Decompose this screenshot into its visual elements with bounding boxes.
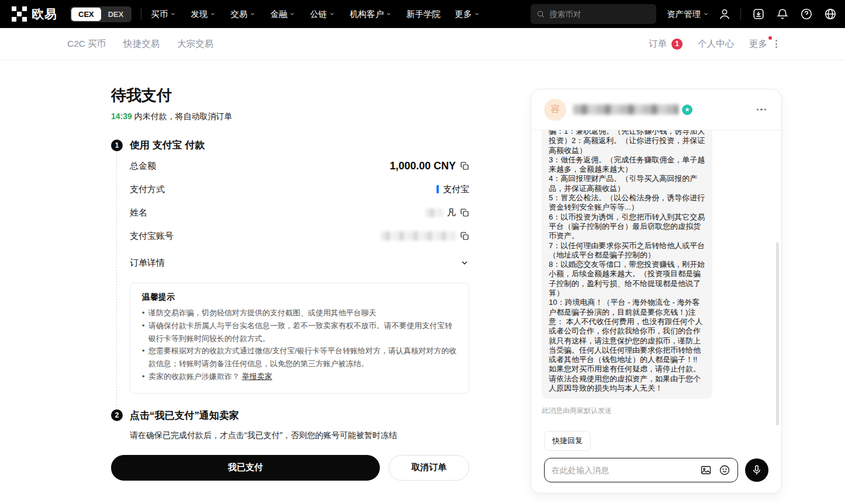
amount-row: 总金额 1,000.00 CNY bbox=[130, 154, 469, 178]
tab-c2c-buy[interactable]: C2C 买币 bbox=[67, 38, 106, 50]
countdown-note: 内未付款，将自动取消订单 bbox=[134, 112, 233, 121]
image-icon bbox=[700, 464, 712, 476]
nav-divider bbox=[740, 8, 741, 20]
step2-header: 2 点击“我已支付”通知卖家 bbox=[111, 409, 469, 422]
alipay-icon bbox=[437, 185, 439, 193]
alipay-account-redacted bbox=[381, 231, 456, 241]
copy-amount-button[interactable] bbox=[460, 161, 469, 171]
quick-reply-button[interactable]: 快捷回复 bbox=[544, 431, 591, 451]
merchant-name-redacted bbox=[573, 105, 678, 114]
copy-name-button[interactable] bbox=[460, 208, 469, 217]
more-link[interactable]: 更多 bbox=[749, 38, 767, 50]
steps: 1 使用 支付宝 付款 总金额 1,000.00 CNY 支付方式 支付宝 bbox=[111, 138, 469, 441]
order-details-toggle[interactable]: 订单详情 bbox=[130, 251, 469, 274]
profile-center-link[interactable]: 个人中心 bbox=[698, 38, 734, 50]
verified-badge-icon: ★ bbox=[682, 105, 692, 115]
chat-messages[interactable]: 骗：1：兼职返佣。（先让你赚小钱，诱导加大投资）2：高额返利。（让你进行投资，并… bbox=[531, 130, 781, 425]
chat-scrollbar[interactable] bbox=[776, 242, 779, 425]
chevron-down-icon bbox=[289, 11, 295, 17]
merchant-message-bubble: 骗：1：兼职返佣。（先让你赚小钱，诱导加大投资）2：高额返利。（让你进行投资，并… bbox=[542, 130, 712, 399]
report-seller-link[interactable]: 举报卖家 bbox=[242, 372, 272, 381]
step1-header: 1 使用 支付宝 付款 bbox=[111, 138, 469, 152]
chevron-down-icon bbox=[703, 11, 709, 17]
step2-title: 点击“我已支付”通知卖家 bbox=[130, 409, 239, 422]
search-icon bbox=[536, 9, 545, 19]
copy-account-button[interactable] bbox=[460, 231, 469, 241]
payment-method-label: 支付方式 bbox=[130, 184, 165, 195]
alipay-account-row: 支付宝账号 bbox=[130, 224, 469, 248]
action-buttons: 我已支付 取消订单 bbox=[111, 455, 469, 481]
search-input[interactable] bbox=[549, 10, 650, 19]
tip-item: 请确保付款卡所属人与平台实名信息一致，若不一致卖家有权不放币。请不要使用支付宝转… bbox=[142, 319, 457, 345]
payment-method-value: 支付宝 bbox=[443, 184, 469, 195]
chat-more-button[interactable] bbox=[754, 106, 769, 113]
download-app-button[interactable] bbox=[752, 8, 765, 20]
orders-link[interactable]: 订单 1 bbox=[649, 38, 683, 50]
search-box[interactable] bbox=[531, 4, 656, 24]
notifications-button[interactable] bbox=[776, 8, 789, 20]
nav-item-trade[interactable]: 交易 bbox=[230, 9, 255, 20]
assets-menu[interactable]: 资产管理 bbox=[667, 9, 709, 20]
nav-item-academy[interactable]: 新手学院 bbox=[406, 9, 440, 20]
merchant-name: ★ bbox=[573, 105, 692, 115]
payee-name-visible: 凡 bbox=[447, 207, 456, 218]
step2-body: 请在确保已完成付款后，才点击“我已支付”，否则您的账号可能被暂时冻结 bbox=[116, 422, 469, 441]
chat-footer: 快捷回复 bbox=[531, 425, 781, 493]
nav-item-buy-crypto[interactable]: 买币 bbox=[151, 9, 176, 20]
nav-item-institutional[interactable]: 机构客户 bbox=[349, 9, 392, 20]
page: 欧易 CEX DEX 买币 发现 交易 金融 公链 机构客户 新手学院 更多 资… bbox=[0, 0, 845, 504]
payment-method-row: 支付方式 支付宝 bbox=[130, 178, 469, 201]
toggle-dex[interactable]: DEX bbox=[101, 8, 131, 21]
language-button[interactable] bbox=[824, 8, 837, 20]
nav-divider bbox=[141, 8, 141, 20]
step2-number: 2 bbox=[111, 409, 123, 421]
payee-name-redacted bbox=[425, 208, 443, 217]
chat-message-input[interactable] bbox=[552, 465, 693, 475]
subnav-tabs: C2C 买币 快捷交易 大宗交易 bbox=[67, 38, 213, 50]
copy-icon bbox=[460, 208, 469, 217]
order-details-label: 订单详情 bbox=[130, 258, 165, 269]
chat-input-row bbox=[544, 458, 768, 482]
toggle-cex[interactable]: CEX bbox=[71, 8, 101, 21]
copy-icon bbox=[460, 161, 469, 171]
sub-nav: C2C 买币 快捷交易 大宗交易 订单 1 个人中心 更多 bbox=[0, 28, 845, 60]
nav-item-discover[interactable]: 发现 bbox=[191, 9, 216, 20]
chevron-down-icon bbox=[386, 11, 392, 17]
chat-input-box[interactable] bbox=[544, 458, 738, 482]
emoji-button[interactable] bbox=[719, 464, 730, 476]
vertical-dots-icon[interactable] bbox=[774, 39, 778, 49]
subnav-right: 订单 1 个人中心 更多 bbox=[649, 38, 778, 50]
voice-message-button[interactable] bbox=[745, 458, 768, 482]
paid-button[interactable]: 我已支付 bbox=[111, 455, 380, 481]
tips-box: 温馨提示 谨防交易诈骗，切勿轻信对方提供的支付截图、或使用其他平台聊天 请确保付… bbox=[130, 283, 469, 394]
profile-button[interactable] bbox=[718, 8, 731, 20]
merchant-avatar: 容 bbox=[544, 99, 566, 121]
chevron-down-icon bbox=[329, 11, 335, 17]
message-default-note: 此消息由商家默认发送 bbox=[542, 406, 771, 416]
bell-icon bbox=[776, 8, 789, 20]
notification-dot bbox=[768, 36, 772, 40]
help-button[interactable] bbox=[800, 8, 813, 20]
attach-image-button[interactable] bbox=[700, 464, 712, 476]
user-icon bbox=[718, 8, 731, 20]
cex-dex-toggle: CEX DEX bbox=[70, 6, 131, 22]
tab-express-trade[interactable]: 快捷交易 bbox=[123, 38, 160, 50]
orders-count-badge: 1 bbox=[671, 39, 683, 50]
tab-block-trade[interactable]: 大宗交易 bbox=[177, 38, 213, 50]
amount-label: 总金额 bbox=[130, 161, 156, 172]
tip-item: 您需要根据对方的收款方式通过微信/支付宝/银行卡等平台转账给对方，请认真核对对方… bbox=[142, 345, 457, 370]
brand-name: 欧易 bbox=[32, 6, 57, 22]
countdown-timer: 14:39 bbox=[111, 112, 132, 121]
alipay-account-label: 支付宝账号 bbox=[130, 231, 174, 242]
tip-item: 谨防交易诈骗，切勿轻信对方提供的支付截图、或使用其他平台聊天 bbox=[142, 307, 457, 319]
nav-item-chain[interactable]: 公链 bbox=[310, 9, 335, 20]
copy-icon bbox=[460, 231, 469, 241]
nav-menu: 买币 发现 交易 金融 公链 机构客户 新手学院 更多 bbox=[151, 9, 480, 20]
countdown-line: 14:39 内未付款，将自动取消订单 bbox=[111, 112, 469, 122]
chat-header: 容 ★ bbox=[531, 89, 781, 130]
nav-item-finance[interactable]: 金融 bbox=[270, 9, 295, 20]
cancel-order-button[interactable]: 取消订单 bbox=[389, 455, 469, 481]
okx-logo[interactable]: 欧易 bbox=[12, 6, 57, 22]
nav-item-more[interactable]: 更多 bbox=[455, 9, 480, 20]
smiley-icon bbox=[719, 464, 730, 476]
